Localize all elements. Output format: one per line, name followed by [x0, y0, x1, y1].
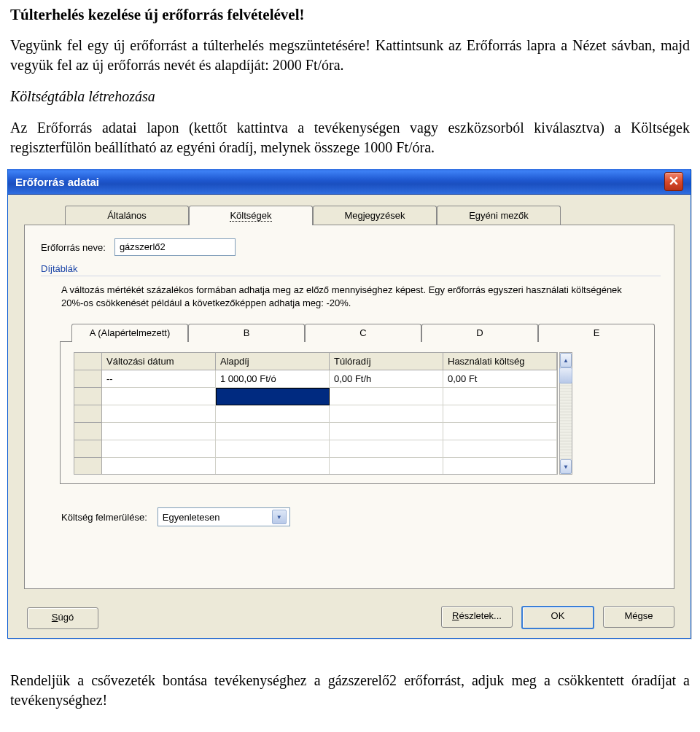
ok-button[interactable]: OK [521, 606, 594, 629]
rate-tables-section: Díjtáblák [41, 263, 661, 276]
grid-cell[interactable] [102, 405, 216, 423]
tab-general[interactable]: Általános [65, 206, 189, 225]
grid-cell[interactable] [330, 388, 443, 405]
scroll-up-icon[interactable]: ▲ [560, 353, 572, 367]
dialog-title: Erőforrás adatai [15, 176, 99, 188]
grid-cell[interactable] [102, 423, 216, 440]
grid-cell[interactable] [443, 405, 557, 423]
grid-header[interactable]: Alapdíj [216, 353, 330, 370]
grid-corner [74, 353, 102, 370]
details-button[interactable]: Részletek... [441, 606, 513, 628]
details-button-rest: észletek... [459, 610, 502, 621]
scroll-down-icon[interactable]: ▼ [560, 459, 572, 474]
grid-cell[interactable] [216, 458, 330, 475]
tab-notes[interactable]: Megjegyzések [313, 206, 437, 225]
tab-custom-fields[interactable]: Egyéni mezők [437, 206, 561, 225]
subtab-label: C [359, 327, 366, 338]
subtab-label: D [476, 327, 483, 338]
grid-cell[interactable]: 0,00 Ft [443, 370, 557, 388]
resource-info-dialog: Erőforrás adatai Általános Költségek Meg… [7, 169, 691, 639]
cost-accrual-combo[interactable]: Egyenletesen ▼ [158, 507, 290, 526]
scroll-track[interactable] [560, 383, 572, 459]
cancel-button[interactable]: Mégse [603, 606, 674, 628]
page-heading: Túlterhelés kezelése új erőforrás felvét… [10, 6, 690, 24]
scroll-thumb[interactable] [559, 367, 572, 383]
chevron-down-icon: ▼ [272, 510, 287, 524]
close-button[interactable] [664, 172, 683, 191]
grid-cell[interactable] [443, 388, 557, 405]
tab-strip: Általános Költségek Megjegyzések Egyéni … [65, 205, 674, 225]
doc-paragraph-2: Az Erőforrás adatai lapon (kettőt kattin… [10, 118, 690, 157]
close-icon [669, 176, 678, 187]
grid-row-header[interactable] [74, 423, 102, 440]
rate-subtab-strip: A (Alapértelmezett) B C D E [71, 323, 658, 341]
subtab-label: A (Alapértelmezett) [90, 327, 171, 338]
grid-header[interactable]: Túlóradíj [330, 353, 443, 370]
subtab-label: B [244, 327, 250, 338]
cancel-button-label: Mégse [624, 610, 653, 621]
rate-grid-container: Változási dátum Alapdíj Túlóradíj Haszná… [60, 341, 655, 484]
grid-cell[interactable] [443, 423, 557, 440]
grid-row-header[interactable] [74, 440, 102, 458]
doc-paragraph-1: Vegyünk fel egy új erőforrást a túlterhe… [10, 36, 690, 75]
ok-button-label: OK [551, 610, 565, 621]
grid-cell[interactable] [102, 458, 216, 475]
combo-value: Egyenletesen [163, 512, 272, 523]
dialog-titlebar: Erőforrás adatai [8, 169, 691, 195]
rate-subtab-d[interactable]: D [421, 324, 538, 342]
doc-subsection: Költségtábla létrehozása [10, 87, 690, 106]
grid-cell[interactable] [330, 458, 443, 475]
grid-row-header[interactable] [74, 458, 102, 475]
resource-name-input[interactable] [114, 238, 236, 256]
grid-cell[interactable]: 1 000,00 Ft/ó [216, 370, 330, 388]
grid-cell[interactable] [443, 458, 557, 475]
grid-header[interactable]: Használati költség [443, 353, 557, 370]
help-button-rest: úgó [58, 612, 74, 623]
grid-row-header[interactable] [74, 388, 102, 405]
help-button[interactable]: Súgó [27, 607, 98, 629]
grid-cell[interactable]: 0,00 Ft/h [330, 370, 443, 388]
tab-costs[interactable]: Költségek [189, 206, 313, 225]
grid-row-header[interactable] [74, 405, 102, 423]
rate-subtab-b[interactable]: B [188, 324, 305, 342]
cost-accrual-label: Költség felmerülése: [61, 512, 147, 523]
tab-pane-costs: Erőforrás neve: Díjtáblák A változás mér… [24, 225, 674, 589]
rate-subtab-e[interactable]: E [538, 324, 655, 342]
grid-cell[interactable] [102, 388, 216, 405]
subtab-label: E [594, 327, 600, 338]
rate-subtab-c[interactable]: C [305, 324, 421, 342]
rate-description: A változás mértékét százalékos formában … [61, 284, 645, 310]
grid-cell[interactable] [216, 440, 330, 458]
grid-cell-selected[interactable] [216, 388, 330, 405]
resource-name-label: Erőforrás neve: [41, 242, 106, 253]
grid-row-header[interactable] [74, 370, 102, 388]
rate-subtab-a[interactable]: A (Alapértelmezett) [71, 324, 188, 342]
tab-label: Költségek [230, 210, 271, 222]
grid-cell[interactable] [330, 440, 443, 458]
grid-cell[interactable] [216, 405, 330, 423]
grid-header[interactable]: Változási dátum [102, 353, 216, 370]
grid-cell[interactable] [102, 440, 216, 458]
grid-cell[interactable] [443, 440, 557, 458]
rate-grid[interactable]: Változási dátum Alapdíj Túlóradíj Haszná… [74, 352, 558, 475]
grid-cell[interactable] [216, 423, 330, 440]
tab-label: Megjegyzések [344, 210, 405, 221]
grid-cell[interactable]: -- [102, 370, 216, 388]
grid-scrollbar[interactable]: ▲ ▼ [559, 352, 572, 475]
grid-cell[interactable] [330, 405, 443, 423]
grid-cell[interactable] [330, 423, 443, 440]
tab-label: Általános [107, 210, 146, 221]
doc-paragraph-3: Rendeljük a csővezeték bontása tevékenys… [10, 671, 690, 710]
tab-label: Egyéni mezők [469, 210, 529, 221]
